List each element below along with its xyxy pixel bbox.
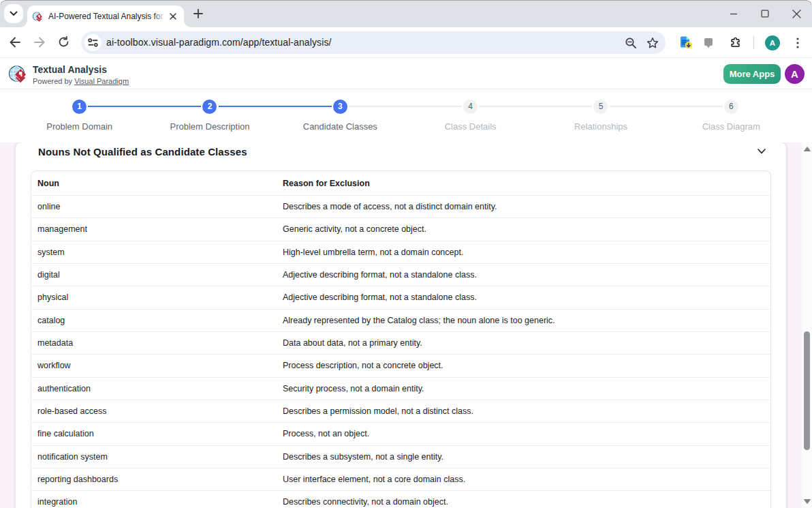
step-number-badge: 5	[593, 100, 608, 114]
visual-paradigm-logo	[8, 65, 27, 83]
docs-extension-button[interactable]	[677, 34, 695, 52]
tab-strip: AI-Powered Textual Analysis for	[0, 0, 812, 27]
zoom-out-button[interactable]	[623, 35, 639, 51]
noun-cell: authentication	[31, 377, 277, 400]
forward-button[interactable]	[28, 31, 51, 54]
stepper-steps: 1 Problem Domain 2 Problem Description 3…	[14, 89, 796, 143]
triangle-down-icon	[804, 499, 811, 504]
scroll-up-button[interactable]	[802, 143, 812, 155]
noun-cell: role-based access	[31, 400, 277, 422]
step-number-badge: 4	[463, 100, 478, 114]
back-button[interactable]	[3, 31, 27, 54]
wizard-step-relationships[interactable]: 5 Relationships	[535, 89, 666, 143]
scroll-down-button[interactable]	[802, 496, 812, 507]
window-controls	[718, 0, 812, 27]
reason-cell: High-level umbrella term, not a domain c…	[277, 241, 771, 263]
table-row: system High-level umbrella term, not a d…	[31, 241, 771, 263]
reason-cell: Describes a mode of access, not a distin…	[277, 195, 771, 218]
site-info-button[interactable]	[84, 34, 102, 51]
noun-cell: workflow	[31, 354, 277, 376]
close-window-button[interactable]	[781, 0, 812, 27]
content-card: Nouns Not Qualified as Candidate Classes…	[16, 143, 786, 508]
step-number: 6	[729, 102, 734, 111]
address-bar[interactable]: ai-toolbox.visual-paradigm.com/app/textu…	[81, 31, 666, 54]
table-row: physical Adjective describing format, no…	[31, 286, 771, 308]
bookmark-button[interactable]	[644, 35, 661, 51]
step-number: 3	[338, 102, 343, 111]
noun-cell: integration	[31, 490, 277, 508]
wizard-step-class-details[interactable]: 4 Class Details	[405, 89, 535, 143]
maximize-icon	[761, 10, 769, 18]
reason-cell: Data about data, not a primary entity.	[277, 331, 771, 354]
table-row: authentication Security process, not a d…	[31, 377, 771, 400]
reason-cell: Adjective describing format, not a stand…	[277, 263, 771, 286]
noun-cell: system	[31, 241, 277, 263]
url-text[interactable]: ai-toolbox.visual-paradigm.com/app/textu…	[106, 31, 331, 54]
app-avatar-initial: A	[791, 68, 798, 80]
nouns-table: Noun Reason for Exclusion online Describ…	[31, 170, 771, 508]
noun-cell: management	[31, 218, 277, 240]
table-row: metadata Data about data, not a primary …	[31, 331, 771, 354]
browser-menu-button[interactable]	[789, 34, 807, 52]
section-header[interactable]: Nouns Not Qualified as Candidate Classes	[16, 143, 786, 170]
wizard-stepper: 1 Problem Domain 2 Problem Description 3…	[0, 89, 812, 143]
collapse-section-button[interactable]	[753, 143, 770, 160]
browser-toolbar: ai-toolbox.visual-paradigm.com/app/textu…	[0, 27, 812, 58]
table-row: management Generic activity, not a concr…	[31, 218, 771, 240]
reason-cell: Describes a permission model, not a dist…	[277, 400, 771, 422]
browser-tab[interactable]: AI-Powered Textual Analysis for	[27, 5, 184, 27]
visual-paradigm-link[interactable]: Visual Paradigm	[74, 77, 129, 85]
reason-cell: Process description, not a concrete obje…	[277, 354, 771, 376]
tab-close-button[interactable]	[168, 11, 178, 22]
app-header: Textual Analysis Powered by Visual Parad…	[0, 59, 812, 89]
visual-paradigm-favicon	[32, 11, 43, 22]
profile-initial: A	[770, 39, 775, 47]
more-apps-button[interactable]: More Apps	[723, 64, 781, 84]
extensions-button[interactable]	[726, 34, 744, 52]
page-scroll-area: Nouns Not Qualified as Candidate Classes…	[0, 143, 812, 508]
step-number: 4	[468, 102, 473, 111]
browser-profile-avatar[interactable]: A	[765, 35, 780, 50]
window-corner-left	[0, 0, 5, 5]
scrollbar-thumb[interactable]	[804, 331, 810, 450]
three-dot-menu-icon	[796, 38, 799, 48]
wizard-step-problem-domain[interactable]: 1 Problem Domain	[14, 89, 144, 143]
close-icon	[170, 13, 176, 20]
maximize-button[interactable]	[749, 0, 781, 27]
table-header-row: Noun Reason for Exclusion	[31, 170, 771, 195]
reason-cell: Generic activity, not a concrete object.	[277, 218, 771, 240]
table-row: catalog Already represented by the Catal…	[31, 309, 771, 331]
minimize-button[interactable]	[718, 0, 749, 27]
bubble-extension-button[interactable]	[700, 34, 717, 52]
step-number-badge: 3	[333, 100, 347, 114]
noun-cell: fine calculation	[31, 422, 277, 445]
table-row: reporting dashboards User interface elem…	[31, 468, 771, 490]
noun-cell: catalog	[31, 309, 277, 331]
reason-cell: User interface element, not a core domai…	[277, 468, 771, 490]
close-icon	[792, 10, 801, 18]
step-number: 2	[208, 102, 213, 111]
noun-cell: reporting dashboards	[31, 468, 277, 490]
reason-cell: Already represented by the Catalog class…	[277, 309, 771, 331]
star-icon	[646, 37, 659, 49]
toolbar-divider	[753, 36, 754, 49]
chat-bubble-icon	[704, 38, 713, 48]
back-arrow-icon	[9, 37, 21, 48]
tab-title: AI-Powered Textual Analysis for	[48, 5, 166, 27]
wizard-step-candidate-classes[interactable]: 3 Candidate Classes	[275, 89, 405, 143]
step-number-badge: 2	[202, 100, 217, 114]
chevron-down-icon	[758, 149, 766, 154]
window-frame-edge	[0, 0, 812, 1]
reason-cell: Security process, not a domain entity.	[277, 377, 771, 400]
wizard-step-problem-description[interactable]: 2 Problem Description	[144, 89, 275, 143]
step-number: 1	[77, 102, 82, 111]
app-user-avatar[interactable]: A	[785, 64, 805, 84]
vertical-scrollbar[interactable]	[802, 143, 812, 508]
new-tab-button[interactable]	[193, 8, 204, 19]
reload-button[interactable]	[52, 31, 75, 54]
wizard-step-class-diagram[interactable]: 6 Class Diagram	[666, 89, 796, 143]
step-label: Class Diagram	[639, 121, 812, 132]
plus-icon	[193, 9, 203, 18]
table-row: integration Describes connectivity, not …	[31, 490, 771, 508]
table-row: digital Adjective describing format, not…	[31, 263, 771, 286]
